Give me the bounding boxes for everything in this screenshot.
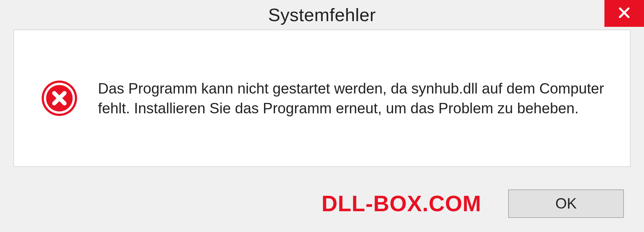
close-button[interactable] [604, 0, 644, 27]
ok-button[interactable]: OK [508, 189, 624, 218]
error-icon [41, 80, 78, 117]
ok-button-label: OK [555, 195, 577, 212]
close-icon [617, 5, 632, 21]
titlebar: Systemfehler [0, 0, 644, 30]
error-dialog: Systemfehler Das Programm kann nicht ges… [0, 0, 644, 232]
error-message: Das Programm kann nicht gestartet werden… [98, 78, 610, 118]
content-panel: Das Programm kann nicht gestartet werden… [13, 30, 631, 167]
dialog-footer: DLL-BOX.COM OK [0, 175, 644, 232]
dialog-title: Systemfehler [268, 4, 376, 25]
watermark-text: DLL-BOX.COM [321, 191, 481, 216]
